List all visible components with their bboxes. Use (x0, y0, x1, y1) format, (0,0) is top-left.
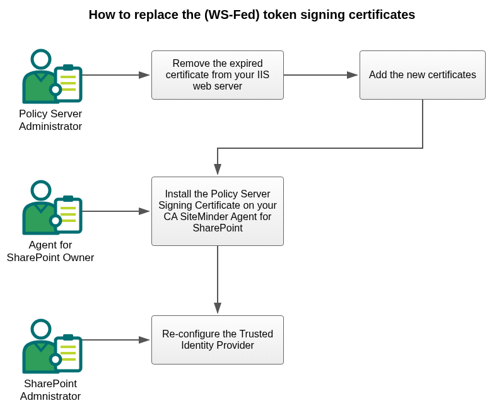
actor-icon (13, 315, 88, 375)
svg-rect-9 (63, 195, 73, 202)
step-install-policy: Install the Policy Server Signing Certif… (151, 177, 284, 246)
svg-point-14 (32, 320, 50, 338)
svg-point-0 (32, 50, 50, 68)
step-label: Re-configure the Trusted Identity Provid… (158, 329, 277, 351)
step-remove-expired: Remove the expired certificate from your… (151, 50, 284, 100)
svg-point-7 (32, 182, 50, 199)
svg-point-6 (50, 85, 61, 95)
actor-label: Policy Server Administrator (6, 108, 95, 134)
actor-label: SharePoint Admnistrator (6, 378, 95, 404)
step-add-new: Add the new certificates (360, 50, 486, 100)
actor-sharepoint-admin: SharePoint Admnistrator (6, 315, 95, 404)
step-reconfigure: Re-configure the Trusted Identity Provid… (151, 315, 284, 365)
actor-icon (13, 45, 88, 105)
svg-point-20 (50, 354, 61, 365)
step-label: Remove the expired certificate from your… (158, 58, 277, 92)
svg-rect-2 (63, 64, 73, 71)
step-label: Add the new certificates (369, 69, 476, 81)
svg-rect-16 (63, 334, 73, 341)
actor-label: Agent for SharePoint Owner (6, 239, 95, 265)
arrow (218, 100, 423, 174)
diagram-title: How to replace the (WS-Fed) token signin… (0, 8, 504, 22)
step-label: Install the Policy Server Signing Certif… (158, 189, 277, 234)
svg-point-13 (50, 216, 61, 226)
actor-policy-server: Policy Server Administrator (6, 45, 95, 134)
actor-icon (13, 177, 88, 236)
actor-agent-owner: Agent for SharePoint Owner (6, 177, 95, 265)
